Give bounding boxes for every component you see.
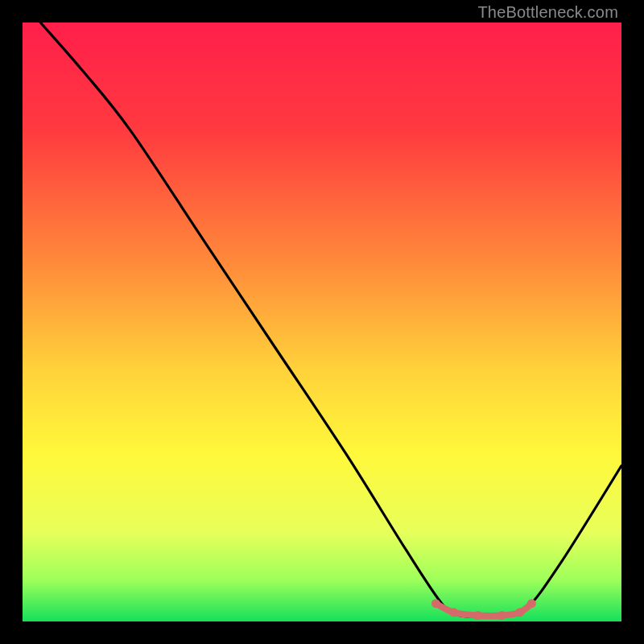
valley-dot: [473, 611, 482, 620]
valley-dot: [527, 599, 536, 608]
valley-dot: [431, 599, 440, 608]
watermark-text: TheBottleneck.com: [477, 3, 618, 22]
bottleneck-chart: [23, 23, 621, 621]
valley-dot: [497, 611, 506, 620]
gradient-background: [23, 23, 621, 621]
valley-dot: [515, 608, 524, 617]
valley-dot: [449, 608, 458, 617]
chart-frame: [23, 23, 621, 621]
